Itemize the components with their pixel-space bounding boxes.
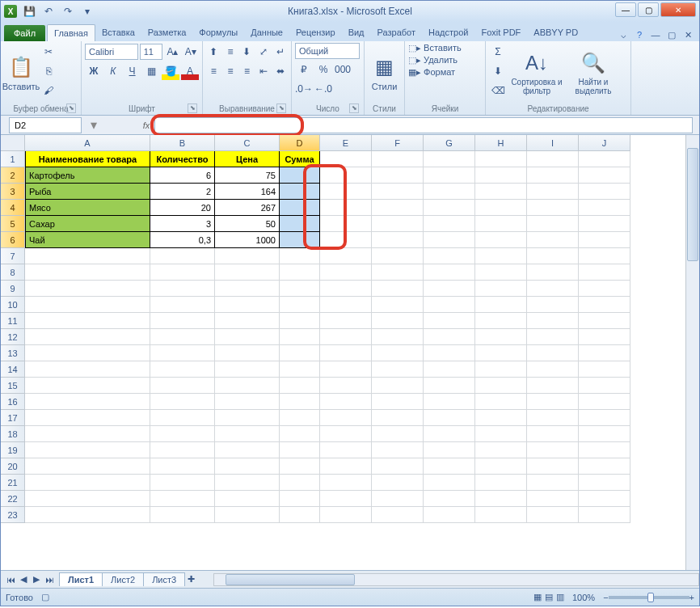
cell[interactable] <box>475 329 527 345</box>
cell[interactable] <box>579 426 630 442</box>
cell[interactable] <box>475 426 527 442</box>
cell[interactable] <box>280 345 320 361</box>
formula-bar[interactable] <box>154 117 693 133</box>
cell[interactable] <box>475 361 527 378</box>
cell[interactable] <box>320 216 372 232</box>
cell[interactable] <box>372 475 424 491</box>
cell[interactable] <box>372 264 424 281</box>
cell[interactable] <box>25 329 150 345</box>
cell[interactable] <box>280 329 320 345</box>
ribbon-tab[interactable]: Разметка <box>141 24 193 41</box>
cell[interactable] <box>280 184 320 200</box>
cell[interactable] <box>527 329 579 345</box>
ribbon-tab[interactable]: Формулы <box>192 24 244 41</box>
cell[interactable] <box>579 329 630 345</box>
cell[interactable] <box>475 458 527 475</box>
cell[interactable] <box>579 507 630 523</box>
cell[interactable] <box>527 507 579 523</box>
cell[interactable] <box>320 248 372 264</box>
cell[interactable] <box>372 200 424 216</box>
cell[interactable] <box>150 410 215 426</box>
cell[interactable] <box>579 248 630 264</box>
cell[interactable] <box>215 507 280 523</box>
row-header[interactable]: 14 <box>1 361 25 378</box>
cell[interactable] <box>372 184 424 200</box>
row-header[interactable]: 3 <box>1 184 25 200</box>
cell[interactable] <box>372 329 424 345</box>
cell[interactable] <box>424 167 475 184</box>
cell[interactable] <box>424 394 475 410</box>
dialog-launcher-icon[interactable]: ⬊ <box>188 103 197 113</box>
cell[interactable] <box>372 410 424 426</box>
dialog-launcher-icon[interactable]: ⬊ <box>276 103 286 113</box>
cell[interactable] <box>320 200 372 216</box>
align-top-button[interactable]: ⬆ <box>206 43 221 61</box>
cell[interactable] <box>527 248 579 264</box>
cell[interactable] <box>424 458 475 475</box>
cell[interactable] <box>280 507 320 523</box>
new-sheet-button[interactable]: ✚ <box>184 573 197 586</box>
cell[interactable] <box>424 151 475 167</box>
cell[interactable]: Картофель <box>25 167 150 184</box>
insert-cells-button[interactable]: ⬚▸ Вставить <box>408 43 462 53</box>
column-header[interactable]: J <box>579 135 630 151</box>
cell[interactable] <box>215 475 280 491</box>
cell[interactable] <box>320 507 372 523</box>
row-header[interactable]: 9 <box>1 281 25 297</box>
align-left-button[interactable]: ≡ <box>206 62 221 80</box>
cell[interactable] <box>280 281 320 297</box>
cell[interactable] <box>579 232 630 248</box>
cell[interactable] <box>579 410 630 426</box>
fill-color-button[interactable]: 🪣 <box>162 62 179 80</box>
cell[interactable] <box>579 458 630 475</box>
cell[interactable] <box>475 264 527 281</box>
cell[interactable] <box>320 345 372 361</box>
merge-button[interactable]: ⬌ <box>272 62 288 80</box>
cell[interactable]: 1000 <box>215 232 280 248</box>
cell[interactable] <box>280 313 320 329</box>
cell[interactable] <box>475 200 527 216</box>
cell[interactable] <box>527 458 579 475</box>
cell[interactable] <box>215 378 280 394</box>
sheet-tab[interactable]: Лист3 <box>143 572 185 586</box>
cell[interactable] <box>215 361 280 378</box>
align-middle-button[interactable]: ≡ <box>223 43 238 61</box>
ribbon-tab[interactable]: Надстрой <box>422 24 474 41</box>
cell[interactable] <box>280 458 320 475</box>
cell[interactable] <box>215 313 280 329</box>
cell[interactable] <box>215 410 280 426</box>
cell[interactable] <box>150 281 215 297</box>
cell[interactable] <box>372 378 424 394</box>
cell[interactable] <box>215 345 280 361</box>
macro-record-icon[interactable]: ▢ <box>41 592 49 602</box>
cell[interactable] <box>372 232 424 248</box>
cell[interactable]: 50 <box>215 216 280 232</box>
first-sheet-button[interactable]: ⏮ <box>4 573 17 586</box>
cell[interactable] <box>424 378 475 394</box>
currency-button[interactable]: ₽ <box>295 61 313 78</box>
cell[interactable] <box>320 475 372 491</box>
format-painter-button[interactable]: 🖌 <box>40 82 57 99</box>
cell[interactable] <box>215 442 280 458</box>
redo-button[interactable]: ↷ <box>59 3 77 19</box>
file-tab[interactable]: Файл <box>4 25 45 41</box>
cell[interactable] <box>424 442 475 458</box>
page-layout-view-button[interactable]: ▤ <box>545 592 553 602</box>
cell[interactable] <box>527 297 579 313</box>
cell[interactable] <box>215 394 280 410</box>
cell[interactable] <box>25 345 150 361</box>
cell[interactable] <box>475 410 527 426</box>
row-header[interactable]: 23 <box>1 507 25 523</box>
fill-button[interactable]: ⬇ <box>489 62 507 80</box>
workbook-minimize-icon[interactable]: — <box>649 28 662 41</box>
cell[interactable] <box>372 458 424 475</box>
cell[interactable] <box>280 297 320 313</box>
ribbon-tab[interactable]: Главная <box>47 24 95 41</box>
cell[interactable]: 6 <box>150 167 215 184</box>
last-sheet-button[interactable]: ⏭ <box>43 573 56 586</box>
cell[interactable] <box>424 297 475 313</box>
cell[interactable] <box>527 361 579 378</box>
row-header[interactable]: 2 <box>1 167 25 184</box>
cell[interactable] <box>579 313 630 329</box>
cell[interactable] <box>150 361 215 378</box>
